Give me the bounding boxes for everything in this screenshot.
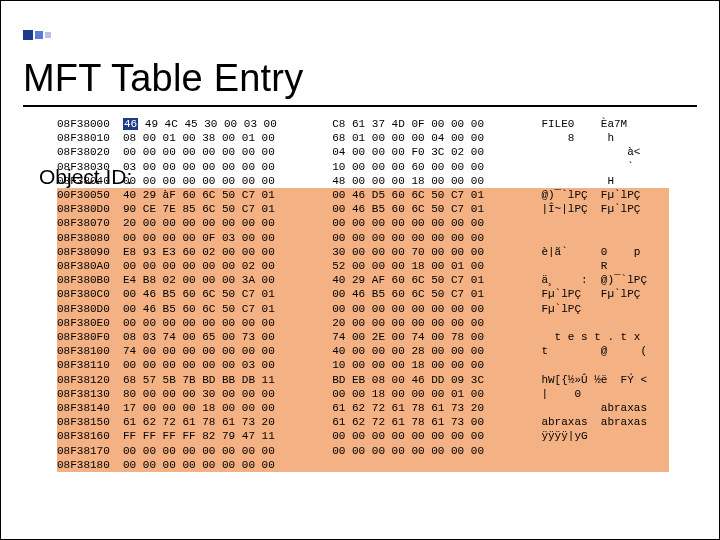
hex-bytes-1: 00 00 00 00 00 00 00 00 xyxy=(123,145,319,159)
hex-row: 08F3810074 00 00 00 00 00 00 00 40 00 00… xyxy=(57,344,669,358)
hex-ascii: 8 h xyxy=(541,131,614,145)
hex-bytes-1: 08 00 01 00 38 00 01 00 xyxy=(123,131,319,145)
hex-row: 08F380F008 03 74 00 65 00 73 00 74 00 2E… xyxy=(57,330,669,344)
hex-offset: 08F38090 xyxy=(57,245,123,259)
hex-offset: 08F380C0 xyxy=(57,287,123,301)
hex-offset: 08F38000 xyxy=(57,117,123,131)
hex-bytes-2: 68 01 00 00 00 04 00 00 xyxy=(332,131,528,145)
hex-ascii: hW[{½»Û ½ë FÝ < xyxy=(541,373,647,387)
hex-ascii: à< xyxy=(541,145,640,159)
hex-offset: 08F38100 xyxy=(57,344,123,358)
hex-row: 08F3815061 62 72 61 78 61 73 20 61 62 72… xyxy=(57,415,669,429)
hex-ascii: @)¯`lPÇ Fµ`lPÇ xyxy=(541,188,640,202)
hex-bytes-2: 00 00 00 00 00 00 00 00 xyxy=(332,231,528,245)
hex-bytes-2: 00 00 00 00 00 00 00 00 xyxy=(332,444,528,458)
hex-row: 08F380C000 46 B5 60 6C 50 C7 01 00 46 B5… xyxy=(57,287,669,301)
hex-ascii: |Î~|lPÇ Fµ`lPÇ xyxy=(541,202,640,216)
hex-bytes-2: 52 00 00 00 18 00 01 00 xyxy=(332,259,528,273)
hex-bytes-1: FF FF FF FF 82 79 47 11 xyxy=(123,429,319,443)
hex-bytes-1: 00 00 00 00 00 00 00 00 xyxy=(123,316,319,330)
hex-dump-pane: 08F3800046 49 4C 45 30 00 03 00 C8 61 37… xyxy=(57,117,669,472)
hex-ascii: abraxas xyxy=(541,401,647,415)
hex-bytes-1: 20 00 00 00 00 00 00 00 xyxy=(123,216,319,230)
hex-bytes-2: 48 00 00 00 18 00 00 00 xyxy=(332,174,528,188)
hex-bytes-2: 40 00 00 00 28 00 00 00 xyxy=(332,344,528,358)
hex-ascii: t @ ( xyxy=(541,344,647,358)
hex-bytes-1: 90 CE 7E 85 6C 50 C7 01 xyxy=(123,202,319,216)
hex-ascii: H xyxy=(541,174,614,188)
hex-ascii: è|ã` 0 p xyxy=(541,245,640,259)
hex-bytes-2: 00 00 00 00 00 00 00 00 xyxy=(332,216,528,230)
slide-title: MFT Table Entry xyxy=(23,57,303,100)
hex-bytes-1: 00 00 00 00 00 00 03 00 xyxy=(123,358,319,372)
hex-row: 08F3814017 00 00 00 18 00 00 00 61 62 72… xyxy=(57,401,669,415)
hex-bytes-2: 10 00 00 00 18 00 00 00 xyxy=(332,358,528,372)
hex-bytes-1: 17 00 00 00 18 00 00 00 xyxy=(123,401,319,415)
hex-row: 08F3808000 00 00 00 0F 03 00 00 00 00 00… xyxy=(57,231,669,245)
hex-row: 08F3802000 00 00 00 00 00 00 00 04 00 00… xyxy=(57,145,669,159)
hex-bytes-2: 00 46 B5 60 6C 50 C7 01 xyxy=(332,287,528,301)
hex-offset: 08F38110 xyxy=(57,358,123,372)
hex-offset: 08F38130 xyxy=(57,387,123,401)
hex-row: 08F38160FF FF FF FF 82 79 47 11 00 00 00… xyxy=(57,429,669,443)
hex-row: 08F3817000 00 00 00 00 00 00 00 00 00 00… xyxy=(57,444,669,458)
hex-bytes-1: 61 62 72 61 78 61 73 20 xyxy=(123,415,319,429)
hex-offset: 08F380E0 xyxy=(57,316,123,330)
slide-decoration xyxy=(23,25,53,43)
hex-offset: 08F38030 xyxy=(57,160,123,174)
hex-offset: 08F38170 xyxy=(57,444,123,458)
hex-ascii: FILE0 Èa7M xyxy=(541,117,627,131)
hex-bytes-1: 00 00 00 00 00 00 00 00 xyxy=(123,458,319,472)
hex-bytes-2: 40 29 AF 60 6C 50 C7 01 xyxy=(332,273,528,287)
hex-bytes-2: 04 00 00 00 F0 3C 02 00 xyxy=(332,145,528,159)
hex-bytes-1: 40 29 àF 60 6C 50 C7 01 xyxy=(123,188,319,202)
hex-bytes-2: 61 62 72 61 78 61 73 20 xyxy=(332,401,528,415)
hex-bytes-1: 68 57 5B 7B BD BB DB 11 xyxy=(123,373,319,387)
hex-row: 08F38090E8 93 E3 60 02 00 00 00 30 00 00… xyxy=(57,245,669,259)
hex-offset: 08F38020 xyxy=(57,145,123,159)
hex-offset: 00F30050 xyxy=(57,188,123,202)
hex-bytes-1: 00 46 B5 60 6C 50 C7 01 xyxy=(123,287,319,301)
hex-bytes-2: 00 00 00 00 00 00 00 00 xyxy=(332,302,528,316)
hex-offset: 08F380D0 xyxy=(57,302,123,316)
hex-bytes-1: 00 46 B5 60 6C 50 C7 01 xyxy=(123,302,319,316)
hex-row: 08F3803003 00 00 00 00 00 00 00 10 00 00… xyxy=(57,160,669,174)
hex-row: 08F3800046 49 4C 45 30 00 03 00 C8 61 37… xyxy=(57,117,669,131)
hex-offset: 08F380D0 xyxy=(57,202,123,216)
hex-bytes-1: E8 93 E3 60 02 00 00 00 xyxy=(123,245,319,259)
hex-bytes-2: 00 00 00 00 00 00 00 00 xyxy=(332,429,528,443)
hex-bytes-2: BD EB 08 00 46 DD 09 3C xyxy=(332,373,528,387)
hex-offset: 08F38070 xyxy=(57,216,123,230)
hex-ascii: | 0 xyxy=(541,387,581,401)
hex-bytes-2: 74 00 2E 00 74 00 78 00 xyxy=(332,330,528,344)
hex-bytes-2: C8 61 37 4D 0F 00 00 00 xyxy=(332,117,528,131)
hex-bytes-1: 00 00 00 00 00 00 00 00 xyxy=(123,174,319,188)
hex-offset: 08F38080 xyxy=(57,231,123,245)
hex-row: 08F3813080 00 00 00 30 00 00 00 00 00 18… xyxy=(57,387,669,401)
hex-offset: 08F38150 xyxy=(57,415,123,429)
hex-offset: 08F38040 xyxy=(57,174,123,188)
hex-ascii: t e s t . t x xyxy=(541,330,640,344)
hex-bytes-2: 00 00 18 00 00 00 01 00 xyxy=(332,387,528,401)
hex-bytes-2: 00 46 B5 60 6C 50 C7 01 xyxy=(332,202,528,216)
hex-bytes-2: 20 00 00 00 00 00 00 00 xyxy=(332,316,528,330)
title-rule xyxy=(23,105,697,107)
hex-ascii: R xyxy=(541,259,607,273)
hex-bytes-1: 80 00 00 00 30 00 00 00 xyxy=(123,387,319,401)
hex-offset: 08F380B0 xyxy=(57,273,123,287)
hex-bytes-2: 61 62 72 61 78 61 73 00 xyxy=(332,415,528,429)
hex-row: 08F380D090 CE 7E 85 6C 50 C7 01 00 46 B5… xyxy=(57,202,669,216)
hex-offset: 08F38120 xyxy=(57,373,123,387)
hex-bytes-1: E4 B8 02 00 00 00 3A 00 xyxy=(123,273,319,287)
hex-bytes-1: 46 49 4C 45 30 00 03 00 xyxy=(123,117,319,131)
hex-bytes-2: 00 46 D5 60 6C 50 C7 01 xyxy=(332,188,528,202)
hex-bytes-2: 10 00 00 00 60 00 00 00 xyxy=(332,160,528,174)
hex-ascii: Fµ`lPÇ Fµ`lPÇ xyxy=(541,287,640,301)
hex-ascii: ` xyxy=(541,160,633,174)
hex-row: 08F3801008 00 01 00 38 00 01 00 68 01 00… xyxy=(57,131,669,145)
hex-row: 08F3811000 00 00 00 00 00 03 00 10 00 00… xyxy=(57,358,669,372)
hex-row: 08F3812068 57 5B 7B BD BB DB 11 BD EB 08… xyxy=(57,373,669,387)
hex-row: 08F380A000 00 00 00 00 00 02 00 52 00 00… xyxy=(57,259,669,273)
hex-ascii: ä¸ : @)¯`lPÇ xyxy=(541,273,647,287)
hex-row: 08F3804000 00 00 00 00 00 00 00 48 00 00… xyxy=(57,174,669,188)
